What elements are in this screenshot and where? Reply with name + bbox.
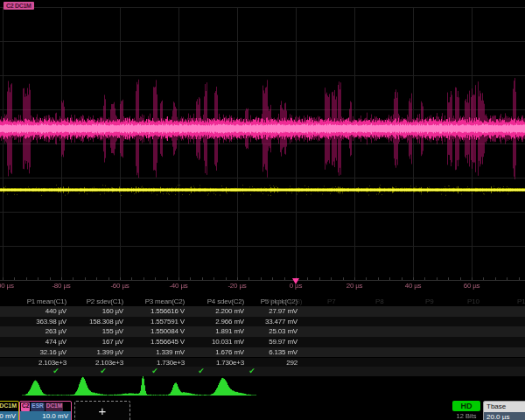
measure-table-row: 32.16 µV1.399 µV1.339 mV1.676 mV6.135 mV [0, 347, 525, 358]
c2-esr-badge: ESR [31, 402, 44, 411]
measure-value: 1.399 µV [96, 347, 123, 358]
time-axis-label: 0 µs [290, 282, 302, 290]
c2-channel-badge: C2 [21, 402, 30, 411]
measure-value: 1.556616 V [150, 306, 185, 317]
c2-coupling-badge: DC1M [46, 402, 63, 411]
add-trace-button[interactable]: + [74, 401, 130, 420]
measure-value: 160 µV [102, 306, 123, 317]
measure-table-row: 474 µV167 µV1.556645 V10.031 mV59.97 mV [0, 337, 525, 347]
c1-scale-value: 0 mV [0, 411, 18, 420]
measure-column-header-unused[interactable]: P9 [425, 298, 433, 305]
status-check-icon: ✔ [100, 367, 107, 376]
c2-descriptor-box[interactable]: C2 ESR DC1M 10.0 mV [19, 401, 72, 420]
time-axis-label: -100 µs [0, 282, 14, 290]
status-check-icon: ✔ [198, 367, 205, 376]
timebase-descriptor-box[interactable]: Tbase 20.0 µs [483, 401, 525, 420]
measure-value: 32.16 µV [39, 347, 66, 358]
c2-scale-value: 10.0 mV [20, 411, 71, 420]
status-check-icon: ✔ [151, 367, 158, 376]
timebase-title: Tbase [484, 402, 525, 412]
time-axis-label: -40 µs [169, 282, 187, 290]
measure-column-header[interactable]: P2 sdev(C1) [87, 298, 123, 305]
measure-column-header-unused[interactable]: P8 [375, 298, 383, 305]
c1-descriptor-box[interactable]: DC1M 0 mV [0, 401, 19, 420]
measure-column-header[interactable]: P1 mean(C1) [27, 298, 66, 305]
measure-value: 440 µV [46, 306, 66, 317]
measure-value: 6.135 mV [269, 347, 298, 358]
measure-table-row: 263 µV155 µV1.550084 V1.891 mV25.03 mV [0, 326, 525, 337]
measure-value: 10.031 mV [212, 337, 244, 347]
measure-column-header-unused[interactable]: P10 [467, 298, 480, 305]
hd-bits-label: 12 Bits [451, 412, 482, 420]
measure-value: 363.98 µV [36, 317, 66, 327]
measure-value: 474 µV [46, 337, 66, 347]
measure-table: P1 mean(C1)P2 sdev(C1)P3 mean(C2)P4 sdev… [0, 296, 525, 378]
measure-value: 1.676 mV [215, 347, 244, 358]
measure-value: 167 µV [102, 337, 123, 347]
trace-label-badge: C2 DC1M [4, 2, 34, 10]
measure-value: 1.556645 V [150, 337, 185, 347]
measure-value: 25.03 mV [269, 326, 298, 337]
time-axis-label: 40 µs [405, 282, 422, 290]
measure-column-header-unused[interactable]: P6 pkpk(C3) [265, 298, 302, 305]
time-axis-label: -20 µs [228, 282, 246, 290]
measure-value: 1.339 mV [156, 347, 185, 358]
measure-status-row: ✔✔✔✔✔ [0, 367, 525, 376]
measure-value: 2.966 mV [215, 317, 244, 327]
timebase-value: 20.0 µs [484, 412, 525, 420]
measure-table-row: 440 µV160 µV1.556616 V2.200 mV27.97 mV [0, 306, 525, 317]
status-check-icon: ✔ [248, 367, 256, 376]
hd-mode-badge[interactable]: HD [452, 401, 480, 411]
measure-value: 33.477 mV [265, 317, 298, 327]
measure-value: 59.97 mV [269, 337, 298, 347]
measure-value: 2.200 mV [215, 306, 244, 317]
measure-value: 1.891 mV [215, 326, 244, 337]
oscilloscope-screen: C2 DC1M -100 µs-80 µs-60 µs-40 µs-20 µs0… [0, 0, 525, 420]
measure-value: 263 µV [46, 326, 66, 337]
measure-value: 158.308 µV [89, 317, 123, 327]
time-axis-label: 20 µs [346, 282, 363, 290]
measure-value: 27.97 mV [269, 306, 298, 317]
c1-coupling-badge: DC1M [0, 402, 18, 411]
status-check-icon: ✔ [52, 367, 60, 376]
measure-column-header[interactable]: P4 sdev(C2) [207, 298, 244, 305]
time-axis-label: 60 µs [464, 282, 480, 290]
measure-value: 1.550084 V [150, 326, 185, 337]
measure-column-header[interactable]: P3 mean(C2) [145, 298, 185, 305]
measure-column-header-unused[interactable]: P7 [327, 298, 335, 305]
time-axis-label: -60 µs [110, 282, 129, 290]
measure-value: 155 µV [102, 326, 123, 337]
measure-column-header-unused[interactable]: P11 [517, 298, 525, 305]
measure-value: 1.557591 V [150, 317, 185, 327]
time-axis-label: -80 µs [52, 282, 70, 290]
measure-table-row: 363.98 µV158.308 µV1.557591 V2.966 mV33.… [0, 317, 525, 327]
